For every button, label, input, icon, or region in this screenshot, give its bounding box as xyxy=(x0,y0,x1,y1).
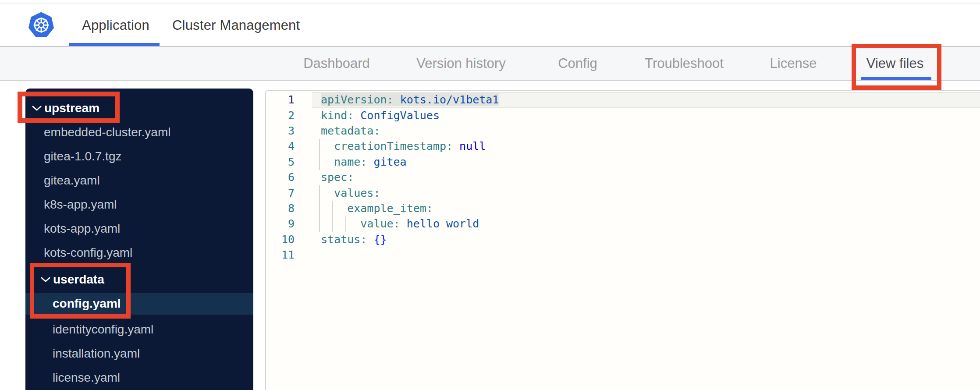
tab-application[interactable]: Application xyxy=(82,18,149,33)
line-number: 6 xyxy=(268,171,295,184)
code-line[interactable]: 4 creationTimestamp: null xyxy=(266,138,980,154)
tree-item-label: license.yaml xyxy=(53,371,120,385)
tree-file-license[interactable]: license.yaml xyxy=(25,367,253,389)
code-line[interactable]: 7 values: xyxy=(266,185,980,200)
tree-item-label: gitea.yaml xyxy=(44,174,100,188)
tree-file-installation[interactable]: installation.yaml xyxy=(25,343,253,365)
line-number: 10 xyxy=(268,233,295,246)
line-number: 5 xyxy=(268,156,295,168)
tab-version-history[interactable]: Version history xyxy=(416,56,505,71)
chevron-down-icon[interactable] xyxy=(32,106,42,111)
code-line[interactable]: 1 apiVersion: kots.io/v1beta1 xyxy=(266,92,980,107)
code-content[interactable]: 1 apiVersion: kots.io/v1beta1 2 kind: Co… xyxy=(266,92,980,262)
tree-item-label: kots-app.yaml xyxy=(44,222,120,236)
tree-item-label: gitea-1.0.7.tgz xyxy=(44,149,121,163)
tree-file-config-yaml-selected[interactable]: config.yaml xyxy=(25,293,253,315)
chevron-down-icon[interactable] xyxy=(41,277,50,283)
tree-item-label: upstream xyxy=(44,101,99,115)
line-number: 2 xyxy=(268,109,295,122)
tree-file-k8s-app[interactable]: k8s-app.yaml xyxy=(25,194,253,216)
tree-item-label: k8s-app.yaml xyxy=(44,198,117,212)
app-header: Application Cluster Management xyxy=(0,0,980,47)
code-line[interactable]: 5 name: gitea xyxy=(266,154,980,170)
tree-item-label: kots-config.yaml xyxy=(44,246,132,260)
tree-file-kots-app[interactable]: kots-app.yaml xyxy=(25,218,253,240)
kubernetes-logo-icon[interactable] xyxy=(28,11,55,38)
app-subnav: Dashboard Version history Config Trouble… xyxy=(0,47,980,81)
application-tab-active-underline xyxy=(69,43,160,46)
tree-folder-userdata[interactable]: userdata xyxy=(25,269,253,291)
line-number: 9 xyxy=(268,217,295,230)
tab-troubleshoot[interactable]: Troubleshoot xyxy=(645,56,724,71)
tree-item-label: userdata xyxy=(53,273,104,287)
code-editor[interactable]: 1 apiVersion: kots.io/v1beta1 2 kind: Co… xyxy=(265,90,980,390)
tree-item-label: config.yaml xyxy=(53,297,121,311)
tab-config[interactable]: Config xyxy=(558,56,597,71)
code-line[interactable]: 10 status: {} xyxy=(266,232,980,247)
tree-file-gitea-tgz[interactable]: gitea-1.0.7.tgz xyxy=(25,145,253,167)
code-line[interactable]: 8 example_item: xyxy=(266,201,980,216)
tab-cluster-management[interactable]: Cluster Management xyxy=(172,18,300,33)
tree-file-identityconfig[interactable]: identityconfig.yaml xyxy=(25,319,253,340)
tree-file-embedded-cluster[interactable]: embedded-cluster.yaml xyxy=(25,121,253,143)
code-line[interactable]: 9 value: hello world xyxy=(266,216,980,231)
tab-view-files[interactable]: View files xyxy=(866,56,923,71)
file-tree: upstream embedded-cluster.yaml gitea-1.0… xyxy=(25,89,253,390)
tree-item-label: installation.yaml xyxy=(53,347,140,361)
line-number: 7 xyxy=(268,187,295,199)
line-number: 8 xyxy=(268,202,295,215)
line-number: 11 xyxy=(268,248,295,261)
tab-dashboard[interactable]: Dashboard xyxy=(303,56,370,71)
line-number: 1 xyxy=(268,93,295,106)
tree-file-kots-config[interactable]: kots-config.yaml xyxy=(25,242,253,264)
view-files-active-underline xyxy=(861,77,931,80)
code-line[interactable]: 2 kind: ConfigValues xyxy=(266,107,980,123)
tree-folder-upstream[interactable]: upstream xyxy=(25,97,253,119)
code-line[interactable]: 11 xyxy=(266,247,980,262)
code-line[interactable]: 3 metadata: xyxy=(266,123,980,138)
tree-file-gitea-yaml[interactable]: gitea.yaml xyxy=(25,170,253,191)
tab-license[interactable]: License xyxy=(770,56,817,71)
selected-text: apiVersion: kots.io/v1beta1 xyxy=(321,93,499,106)
line-number: 3 xyxy=(268,124,295,137)
tree-item-label: embedded-cluster.yaml xyxy=(44,125,170,139)
line-number: 4 xyxy=(268,140,295,152)
code-line[interactable]: 6 spec: xyxy=(266,170,980,185)
tree-item-label: identityconfig.yaml xyxy=(53,323,153,337)
kots-admin-console: Application Cluster Management Dashboard… xyxy=(0,0,980,390)
window-top-divider xyxy=(0,3,980,4)
